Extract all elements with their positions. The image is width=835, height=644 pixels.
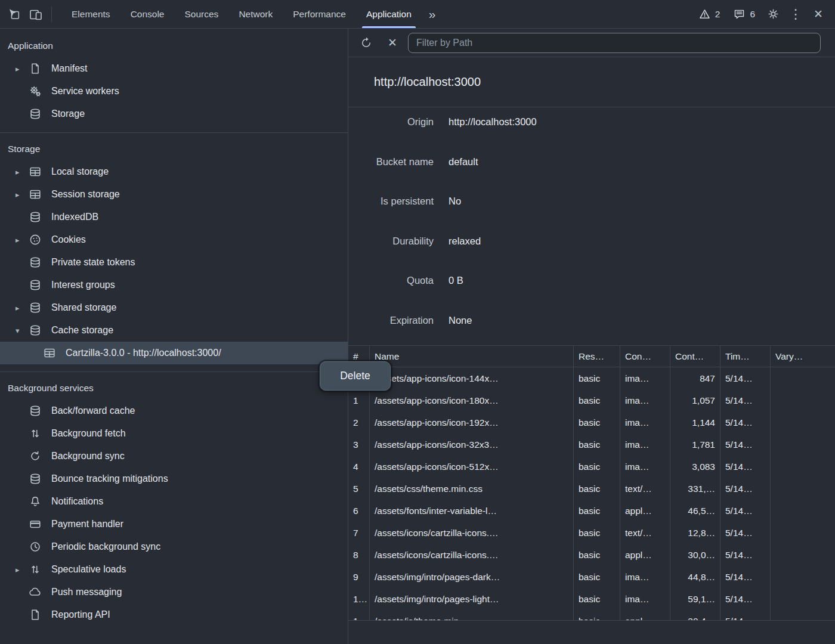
meta-row-is-persistent: Is persistent No: [348, 187, 835, 227]
cell-content-length: 1,057: [670, 389, 720, 411]
up-down-arrows-icon: [29, 563, 42, 576]
warnings-badge[interactable]: 2: [692, 8, 726, 20]
disclosure-triangle[interactable]: ▸: [16, 236, 29, 244]
col-header-response-type[interactable]: Res…: [574, 346, 620, 367]
kebab-menu-button[interactable]: ⋮: [785, 4, 806, 25]
settings-button[interactable]: [762, 4, 784, 25]
cell-name: /assets/css/theme.min.css: [370, 478, 574, 500]
issues-badge[interactable]: 6: [727, 8, 761, 20]
sidebar-item-indexeddb[interactable]: IndexedDB: [0, 206, 348, 228]
sidebar-item-speculative-loads[interactable]: ▸ Speculative loads: [0, 558, 348, 581]
database-icon: [29, 210, 42, 224]
table-row[interactable]: 6 /assets/fonts/inter-variable-l… basic …: [348, 500, 835, 522]
col-header-vary[interactable]: Vary…: [771, 346, 835, 367]
table-row[interactable]: 0 /assets/app-icons/icon-144x… basic ima…: [348, 367, 835, 389]
disclosure-triangle[interactable]: ▸: [16, 64, 29, 73]
device-toolbar-button[interactable]: [25, 4, 47, 25]
table-row[interactable]: 3 /assets/app-icons/icon-32x3… basic ima…: [348, 434, 835, 456]
sidebar-item-background-fetch[interactable]: Background fetch: [0, 422, 348, 445]
refresh-button[interactable]: [355, 32, 377, 54]
sidebar-item-label: Manifest: [51, 63, 92, 74]
sidebar-item-push-messaging[interactable]: Push messaging: [0, 581, 348, 603]
col-header-content-length[interactable]: Cont…: [670, 346, 720, 367]
table-row[interactable]: 4 /assets/app-icons/icon-512x… basic ima…: [348, 456, 835, 478]
sidebar-item-storage[interactable]: Storage: [0, 103, 348, 125]
devtools-content: Application ▸ Manifest Service workers S…: [0, 29, 835, 644]
clear-filter-button[interactable]: ✕: [382, 32, 403, 54]
sidebar-item-back-forward-cache[interactable]: Back/forward cache: [0, 400, 348, 422]
tab-console[interactable]: Console: [120, 0, 175, 28]
sidebar-item-notifications[interactable]: Notifications: [0, 490, 348, 513]
cell-content-length: 3,083: [670, 456, 720, 478]
table-row[interactable]: 8 /assets/icons/cartzilla-icons.… basic …: [348, 544, 835, 566]
meta-row-expiration: Expiration None: [348, 306, 835, 346]
sidebar-item-cookies[interactable]: ▸ Cookies: [0, 228, 348, 251]
table-row[interactable]: 1… /assets/img/intro/pages-light… basic …: [348, 588, 835, 610]
cell-content-type: appl…: [620, 500, 670, 522]
sidebar-item-label: Private state tokens: [51, 257, 140, 268]
database-icon: [29, 256, 42, 269]
cell-time-cached: 5/14…: [720, 456, 771, 478]
sidebar-item-cache-storage[interactable]: ▾ Cache storage: [0, 319, 348, 342]
col-header-time-cached[interactable]: Tim…: [720, 346, 771, 367]
sidebar-item-manifest[interactable]: ▸ Manifest: [0, 57, 348, 80]
table-row[interactable]: 1 /assets/app-icons/icon-180x… basic ima…: [348, 389, 835, 411]
table-row[interactable]: 7 /assets/icons/cartzilla-icons.… basic …: [348, 522, 835, 544]
table-row[interactable]: 2 /assets/app-icons/icon-192x… basic ima…: [348, 411, 835, 434]
meta-row-durability: Durability relaxed: [348, 227, 835, 267]
cell-name: /assets/app-icons/icon-180x…: [370, 389, 574, 411]
sidebar-item-background-sync[interactable]: Background sync: [0, 445, 348, 467]
table-row[interactable]: 9 /assets/img/intro/pages-dark… basic im…: [348, 566, 835, 588]
origin-title: http://localhost:3000: [348, 57, 835, 107]
cell-name: /assets/app-icons/icon-32x3…: [370, 434, 574, 456]
sidebar-item-periodic-background-sync[interactable]: Periodic background sync: [0, 535, 348, 558]
disclosure-triangle[interactable]: ▸: [16, 168, 29, 177]
cell-content-length: 1,781: [670, 434, 720, 456]
tab-performance[interactable]: Performance: [283, 0, 356, 28]
inspect-element-button[interactable]: [4, 4, 25, 25]
sidebar-item-label: Shared storage: [51, 302, 121, 313]
disclosure-triangle[interactable]: ▾: [16, 326, 29, 335]
device-toolbar-icon: [29, 7, 43, 21]
tab-network[interactable]: Network: [228, 0, 283, 28]
tab-application[interactable]: Application: [356, 0, 422, 28]
tab-sources[interactable]: Sources: [175, 0, 229, 28]
sidebar-item-label: Storage: [51, 109, 89, 119]
disclosure-triangle[interactable]: ▸: [16, 565, 29, 574]
sidebar-item-bounce-tracking[interactable]: Bounce tracking mitigations: [0, 467, 348, 490]
sidebar-item-payment-handler[interactable]: Payment handler: [0, 513, 348, 535]
disclosure-triangle[interactable]: ▸: [16, 190, 29, 199]
sidebar-item-cache-cartzilla[interactable]: Cartzilla-3.0.0 - http://localhost:3000/: [0, 342, 348, 364]
col-header-content-type[interactable]: Con…: [620, 346, 670, 367]
sidebar-item-private-state-tokens[interactable]: Private state tokens: [0, 251, 348, 274]
toolbar-divider: [51, 7, 52, 22]
sidebar-item-interest-groups[interactable]: Interest groups: [0, 274, 348, 296]
sidebar-item-shared-storage[interactable]: ▸ Shared storage: [0, 296, 348, 319]
tab-elements[interactable]: Elements: [61, 0, 120, 28]
cell-content-type: ima…: [620, 456, 670, 478]
meta-value: No: [449, 195, 835, 207]
cell-content-type: ima…: [620, 566, 670, 588]
more-tabs-button[interactable]: »: [422, 7, 443, 21]
database-icon: [29, 324, 42, 337]
delete-button[interactable]: Delete: [320, 361, 391, 391]
cell-index: 9: [348, 566, 370, 588]
col-header-name[interactable]: Name: [370, 346, 574, 367]
sidebar-item-service-workers[interactable]: Service workers: [0, 80, 348, 103]
sidebar-item-label: Cache storage: [51, 325, 118, 336]
table-row[interactable]: 1… /assets/js/theme.min… basic appl… 30,…: [348, 610, 835, 621]
sidebar-item-session-storage[interactable]: ▸ Session storage: [0, 183, 348, 206]
cell-response-type: basic: [574, 588, 620, 610]
clock-icon: [29, 540, 42, 553]
close-devtools-button[interactable]: ✕: [808, 4, 829, 25]
sidebar-item-local-storage[interactable]: ▸ Local storage: [0, 160, 348, 183]
section-storage: Storage ▸ Local storage ▸ Session storag…: [0, 132, 348, 371]
disclosure-triangle[interactable]: ▸: [16, 304, 29, 312]
cache-panel-toolbar: ✕: [348, 29, 835, 57]
cell-time-cached: 5/14…: [720, 522, 771, 544]
bell-icon: [29, 495, 42, 508]
cell-time-cached: 5/14…: [720, 411, 771, 434]
filter-by-path-input[interactable]: [408, 33, 821, 53]
sidebar-item-reporting-api[interactable]: Reporting API: [0, 603, 348, 626]
table-row[interactable]: 5 /assets/css/theme.min.css basic text/……: [348, 478, 835, 500]
